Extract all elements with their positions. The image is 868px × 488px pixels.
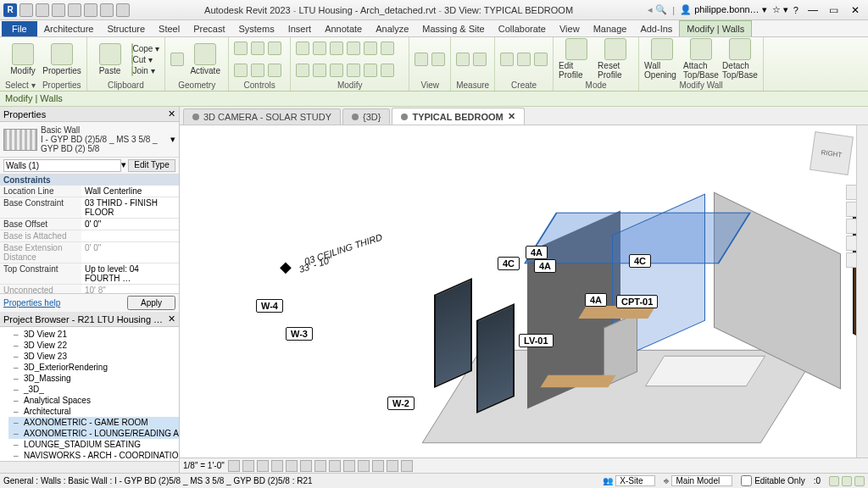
cut-button[interactable]: Cut ▾: [131, 55, 160, 64]
tree-item[interactable]: AXONOMETRIC - GAME ROOM: [8, 417, 179, 428]
view-scale[interactable]: 1/8" = 1'-0": [183, 461, 225, 470]
viewbar-icon[interactable]: [257, 460, 269, 472]
tree-item[interactable]: 3D View 23: [8, 351, 179, 362]
category-filter-input[interactable]: [3, 159, 121, 172]
tab-add-ins[interactable]: Add-Ins: [633, 21, 679, 36]
apply-button[interactable]: Apply: [127, 296, 175, 310]
constraints-group[interactable]: Constraints: [0, 175, 179, 186]
workset-icon[interactable]: 👥: [603, 476, 613, 485]
attach-top-base-button[interactable]: Attach Top/Base: [683, 38, 719, 80]
selection-count[interactable]: :0: [814, 476, 821, 485]
prop-row[interactable]: Unconnected Height10' 8": [0, 285, 179, 293]
cope-button[interactable]: Cope ▾: [131, 44, 160, 53]
tree-item[interactable]: 3D View 22: [8, 340, 179, 351]
viewbar-icon[interactable]: [372, 460, 384, 472]
tree-item[interactable]: 3D View 21: [8, 329, 179, 340]
properties-help-link[interactable]: Properties help: [3, 298, 60, 308]
viewbar-icon[interactable]: [329, 460, 341, 472]
tree-item[interactable]: NAVISWORKS - ARCH - COORDINATION: [8, 450, 179, 461]
tree-item[interactable]: Analytical Spaces: [8, 395, 179, 406]
qat-sync-icon[interactable]: [52, 3, 65, 17]
paste-button[interactable]: Paste: [92, 43, 128, 75]
prop-row[interactable]: Base Offset0' 0": [0, 219, 179, 230]
tag-4c-b[interactable]: 4C: [629, 254, 651, 268]
tree-item[interactable]: _3D_: [8, 384, 179, 395]
maximize-button[interactable]: ▭: [825, 4, 843, 16]
viewbar-icon[interactable]: [242, 460, 254, 472]
prop-row[interactable]: Base is Attached: [0, 230, 179, 242]
tab-precast[interactable]: Precast: [186, 21, 231, 36]
viewbar-icon[interactable]: [401, 460, 413, 472]
type-dropdown-icon[interactable]: ▾: [170, 134, 175, 145]
tree-item[interactable]: 3D_ExteriorRendering: [8, 362, 179, 373]
tree-item[interactable]: 3D_Massing: [8, 373, 179, 384]
tag-w2[interactable]: W-2: [387, 396, 415, 410]
prop-row[interactable]: Top ConstraintUp to level: 04 FOURTH …: [0, 263, 179, 285]
view-tab[interactable]: {3D}: [342, 108, 390, 125]
tag-w4[interactable]: W-4: [256, 299, 283, 313]
tab-collaborate[interactable]: Collaborate: [492, 21, 553, 36]
prop-row[interactable]: Location LineWall Centerline: [0, 186, 179, 197]
viewbar-icon[interactable]: [314, 460, 326, 472]
detach-top-base-button[interactable]: Detach Top/Base: [722, 38, 758, 80]
design-option-icon[interactable]: ⎆: [664, 476, 669, 485]
tree-item[interactable]: Architectural: [8, 406, 179, 417]
tab-annotate[interactable]: Annotate: [318, 21, 369, 36]
canvas-v-scrollbar[interactable]: [856, 125, 868, 458]
tag-lv[interactable]: LV-01: [519, 334, 554, 347]
select-links-icon[interactable]: [842, 476, 852, 486]
view-tab[interactable]: 3D CAMERA - SOLAR STUDY: [183, 108, 341, 125]
browser-close-icon[interactable]: ✕: [168, 313, 175, 324]
editable-only-checkbox[interactable]: [741, 475, 752, 486]
tag-w3[interactable]: W-3: [286, 327, 313, 341]
modify-walls-tab[interactable]: Modify | Walls: [679, 20, 752, 36]
close-button[interactable]: ✕: [846, 4, 865, 16]
favorites-icon[interactable]: ☆ ▾: [772, 4, 788, 15]
reset-profile-button[interactable]: Reset Profile: [598, 38, 633, 80]
qat-open-icon[interactable]: [19, 3, 33, 17]
viewbar-icon[interactable]: [271, 460, 283, 472]
tab-view[interactable]: View: [553, 21, 587, 36]
activate-button[interactable]: Activate: [187, 43, 223, 75]
tag-4a-c[interactable]: 4A: [585, 293, 607, 307]
category-dropdown-icon[interactable]: ▾: [121, 159, 126, 172]
view-tab[interactable]: TYPICAL BEDROOM ✕: [392, 108, 524, 125]
tag-4a-a[interactable]: 4A: [526, 246, 548, 259]
tree-item[interactable]: LOUNGE_STADIUM SEATING: [8, 439, 179, 450]
info-center-search[interactable]: ◂ 🔍: [648, 4, 667, 15]
qat-save-icon[interactable]: [36, 3, 49, 17]
tab-steel[interactable]: Steel: [152, 21, 186, 36]
active-workset-combo[interactable]: X-Site: [615, 475, 655, 486]
qat-redo-icon[interactable]: [84, 3, 97, 17]
file-tab[interactable]: File: [2, 21, 37, 36]
tab-insert[interactable]: Insert: [281, 21, 319, 36]
select-pinned-icon[interactable]: [854, 476, 865, 486]
viewbar-icon[interactable]: [387, 460, 398, 472]
edit-profile-button[interactable]: Edit Profile: [559, 38, 594, 80]
tab-massing-site[interactable]: Massing & Site: [415, 21, 491, 36]
tag-cpt[interactable]: CPT-01: [616, 295, 658, 308]
geom-icon[interactable]: [170, 53, 184, 66]
properties-header[interactable]: Properties✕: [0, 107, 179, 122]
tag-4c-a[interactable]: 4C: [498, 257, 520, 270]
3d-canvas[interactable]: W-4 W-3 W-2 4C 4A 4A 4A 4C CPT-01 LV-01 …: [180, 125, 868, 458]
type-selector[interactable]: Basic WallI - GYP BD (2)5/8 _ MS 3 5/8 _…: [0, 122, 179, 158]
tree-item[interactable]: AXONOMETRIC - LOUNGE/READING ARE: [8, 428, 179, 439]
viewbar-icon[interactable]: [286, 460, 298, 472]
edit-type-button[interactable]: Edit Type: [128, 159, 175, 172]
tab-analyze[interactable]: Analyze: [369, 21, 415, 36]
tab-structure[interactable]: Structure: [100, 21, 152, 36]
design-option-combo[interactable]: Main Model: [671, 475, 732, 486]
properties-close-icon[interactable]: ✕: [168, 108, 175, 119]
viewbar-icon[interactable]: [228, 460, 240, 472]
filter-icon[interactable]: [829, 476, 839, 486]
signed-in-user[interactable]: 👤 philippe.bonn… ▾: [680, 4, 767, 15]
qat-measure-icon[interactable]: [116, 3, 130, 17]
tab-manage[interactable]: Manage: [587, 21, 634, 36]
revit-logo-icon[interactable]: R: [3, 3, 17, 17]
browser-h-scrollbar[interactable]: [0, 461, 179, 473]
project-browser-header[interactable]: Project Browser - R21 LTU Housing - Arch…: [0, 312, 179, 327]
qat-print-icon[interactable]: [100, 3, 114, 17]
help-icon[interactable]: ?: [793, 5, 798, 15]
viewbar-icon[interactable]: [300, 460, 312, 472]
